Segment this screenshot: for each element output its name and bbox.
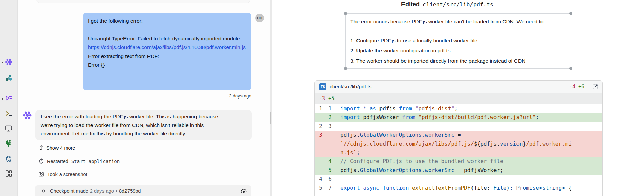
diff-line: 3pdfjs.GlobalWorkerOptions.workerSrc =	[315, 131, 602, 139]
postgresql-icon	[5, 155, 13, 163]
code-text: export async function extractTextFromPDF…	[340, 183, 572, 192]
terminal-icon	[5, 110, 13, 118]
camera-icon	[38, 171, 44, 177]
edit-title-prefix: Edited	[401, 1, 420, 8]
note-list-item: 2. Update the worker configuration in pd…	[350, 46, 566, 56]
assistant-message-bubble: I see the error with loading the PDF.js …	[35, 110, 252, 140]
selection-handle-bottom-right[interactable]	[569, 67, 572, 70]
error-url-link[interactable]: https://cdnjs.cloudflare.com/ajax/libs/p…	[88, 44, 246, 50]
sidebar-item-database[interactable]	[5, 155, 13, 163]
tool-sidebar	[0, 0, 18, 196]
line-number-new: 5	[322, 166, 332, 175]
sidebar-item-git[interactable]	[5, 73, 13, 82]
show-more-label: Show 4 more	[46, 145, 75, 151]
workflows-notification-dot	[2, 98, 3, 100]
lines-removed-count: -4	[569, 84, 575, 90]
line-number-new: 2	[322, 113, 332, 122]
checkpoint-bar: Checkpoint made 2 days ago • 8d2759bd	[35, 185, 251, 196]
line-number-new: 6	[322, 175, 332, 183]
user-message-text-after: Error extracting text from PDF: Error {}	[88, 53, 159, 68]
line-number-new: 1	[322, 104, 332, 113]
workflows-icon	[5, 94, 13, 103]
code-text: // Configure PDF.js to use the bundled w…	[340, 157, 503, 166]
sidebar-item-agent[interactable]	[5, 58, 13, 66]
typescript-icon: TS	[319, 83, 326, 90]
line-number-old	[315, 157, 322, 166]
line-number-new: 4	[322, 157, 332, 166]
sidebar-item-extensions[interactable]	[5, 169, 13, 177]
user-avatar: DH	[255, 14, 264, 22]
note-list: 1. Configure PDF.js to use a locally bun…	[350, 36, 566, 66]
agent-avatar-icon	[22, 111, 32, 121]
screenshot-row[interactable]: Took a screenshot	[38, 171, 87, 177]
unfold-icon	[39, 145, 43, 151]
monitor-icon	[5, 124, 13, 132]
hunk-header: -3 +5	[315, 93, 602, 104]
line-number-old	[315, 148, 322, 157]
header-divider	[588, 83, 588, 90]
diff-line: 5pdfjs.GlobalWorkerOptions.workerSrc = p…	[315, 166, 602, 175]
code-text: import * as pdfjs from "pdfjs-dist";	[340, 104, 458, 113]
chat-panel: I got the following error: Uncaught Type…	[18, 0, 270, 196]
diff-line: 57export async function extractTextFromP…	[315, 183, 602, 192]
diff-stats: -4 +6	[569, 84, 584, 90]
line-number-old: 5	[315, 183, 322, 192]
diff-line: 2import pdfjsWorker from "pdfjs-dist/bui…	[315, 113, 602, 122]
line-number-old	[315, 166, 322, 175]
diff-code-area[interactable]: 11import * as pdfjs from "pdfjs-dist";2i…	[315, 104, 602, 192]
agent-notification-dot	[2, 62, 3, 63]
code-text: n.js`;	[340, 148, 360, 157]
line-number-old	[315, 139, 322, 148]
code-text: pdfjs.GlobalWorkerOptions.workerSrc =	[340, 131, 461, 139]
code-text: import pdfjsWorker from "pdfjs-dist/buil…	[340, 113, 539, 122]
restarted-label: Restarted	[47, 159, 68, 164]
hunk-removed-count: -3	[319, 95, 325, 102]
line-number-old: 2	[315, 122, 322, 131]
sidebar-item-shell[interactable]	[5, 110, 13, 118]
scrollbar-thumb[interactable]	[270, 112, 271, 124]
open-file-button[interactable]	[592, 83, 598, 90]
timeline-connector	[40, 166, 40, 170]
selection-handle-top-right[interactable]	[569, 12, 572, 15]
diff-line: `//cdnjs.cloudflare.com/ajax/libs/pdf.js…	[315, 139, 602, 148]
diff-line: 46	[315, 175, 602, 183]
app-root: I got the following error: Uncaught Type…	[0, 0, 644, 196]
line-number-new	[322, 139, 332, 148]
line-number-new: 7	[322, 183, 332, 192]
selection-handle-bottom-left[interactable]	[344, 67, 347, 70]
restarted-row[interactable]: Restarted Start application	[38, 158, 120, 164]
git-branch-icon	[5, 74, 13, 81]
hunk-added-count: +5	[328, 95, 335, 102]
note-list-item: 1. Configure PDF.js to use a locally bun…	[350, 36, 566, 46]
grid-icon	[5, 170, 13, 177]
code-text: `//cdnjs.cloudflare.com/ajax/libs/pdf.js…	[340, 139, 572, 148]
checkpoint-bullet: •	[116, 188, 117, 194]
diff-line: n.js`;	[315, 148, 602, 157]
commit-icon	[40, 188, 47, 194]
screenshot-label: Took a screenshot	[47, 172, 87, 177]
diff-line: 11import * as pdfjs from "pdfjs-dist";	[315, 104, 602, 113]
line-number-new	[322, 148, 332, 157]
checkpoint-time: 2 days ago	[90, 188, 114, 194]
line-number-old	[315, 113, 322, 122]
show-more-button[interactable]: Show 4 more	[39, 145, 75, 151]
diff-header: TS client/src/lib/pdf.ts -4 +6	[315, 81, 602, 93]
code-text: pdfjs.GlobalWorkerOptions.workerSrc = pd…	[340, 166, 503, 175]
edit-title: Edited client/src/lib/pdf.ts	[401, 1, 493, 8]
sidebar-item-workflows[interactable]	[5, 94, 13, 103]
note-intro: The error occurs because PDF.js worker f…	[350, 18, 566, 25]
user-message-text: I got the following error: Uncaught Type…	[88, 18, 242, 41]
checkpoint-hash: 8d2759bd	[119, 188, 141, 194]
sidebar-item-webview[interactable]	[5, 139, 13, 147]
sidebar-item-console-output[interactable]	[5, 124, 13, 132]
selection-handle-top-left[interactable]	[344, 12, 347, 15]
diff-line: 4// Configure PDF.js to use the bundled …	[315, 157, 602, 166]
line-number-old: 1	[315, 104, 322, 113]
note-list-item: 3. The worker should be imported directl…	[350, 56, 566, 66]
refresh-icon	[38, 158, 44, 164]
rollback-button[interactable]	[240, 187, 247, 195]
diff-card: TS client/src/lib/pdf.ts -4 +6 -3 +5	[314, 80, 603, 196]
line-number-new	[322, 131, 332, 139]
diff-line: 23	[315, 122, 602, 131]
sidebar-divider	[4, 87, 13, 87]
